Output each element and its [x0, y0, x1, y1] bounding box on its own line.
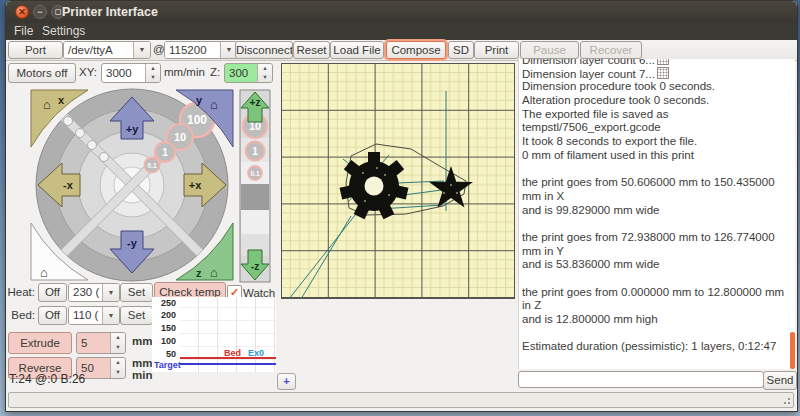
home-icon: ⌂ [40, 265, 48, 280]
log-text: Dimension layer count 6... Dimension lay… [522, 59, 795, 354]
extrude-length-spinner[interactable]: 5 ▲▼ [76, 332, 126, 354]
menu-file[interactable]: File [10, 24, 37, 38]
temp-tick-150: 150 [152, 323, 176, 333]
z-feed-value: 300 [225, 64, 257, 82]
log-line: 0 mm of filament used in this print [522, 149, 795, 163]
sd-button[interactable]: SD [448, 41, 474, 59]
z-minus-label: -z [251, 261, 259, 272]
log-line [522, 163, 795, 177]
heat-off-button[interactable]: Off [38, 283, 67, 302]
reset-button[interactable]: Reset [293, 41, 330, 59]
motion-row: Motors off XY: 3000 ▲▼ mm/min Z: 300 ▲▼ [6, 61, 276, 85]
extrude-unit-label: mm [132, 333, 152, 349]
extrude-button[interactable]: Extrude [8, 332, 72, 354]
jog-minus-y-label: -y [127, 237, 138, 249]
compose-button[interactable]: Compose [386, 41, 446, 59]
bed-temp-select[interactable]: 110 ( ▼ [68, 306, 120, 325]
log-line: the print goes from 50.606000 mm to 150.… [522, 176, 795, 190]
close-icon[interactable]: ✕ [15, 5, 29, 19]
menu-settings[interactable]: Settings [38, 24, 89, 38]
motors-off-button[interactable]: Motors off [8, 63, 76, 83]
resize-grip[interactable] [781, 395, 791, 405]
heat-label: Heat: [6, 284, 35, 300]
send-button[interactable]: Send [763, 371, 797, 390]
bed-temp-value: 110 ( [69, 307, 102, 324]
baud-select-value: 115200 [165, 42, 220, 58]
log-line: Dimension procedure took 0 seconds. [522, 80, 795, 94]
z-feed-spinner[interactable]: 300 ▲▼ [224, 63, 273, 83]
home-icon: ⌂ [210, 97, 218, 112]
load-file-button[interactable]: Load File [330, 41, 384, 59]
port-button[interactable]: Port [8, 41, 63, 59]
z-step-01-label: 0.1 [250, 170, 259, 177]
heat-set-button[interactable]: Set [120, 283, 153, 302]
layer-count-icon [657, 67, 669, 79]
home-y-label: y [196, 94, 203, 106]
chevron-down-icon[interactable]: ▼ [102, 284, 119, 301]
z-jog-strip: 10 1 0.1 +z -z [237, 88, 273, 284]
jog-step-10-label: 10 [174, 131, 186, 143]
log-line: Alteration procedure took 0 seconds. [522, 94, 795, 108]
jog-step-01-label: 0.1 [147, 162, 156, 169]
temp-tick-200: 200 [152, 310, 176, 320]
baud-at-label: @ [153, 41, 165, 57]
spinner-arrows-icon[interactable]: ▲▼ [110, 333, 125, 353]
jog-pad: 100 10 1 0.1 +y -y -x +x ⌂ x y ⌂ [28, 87, 236, 283]
z-step-1-label: 1 [252, 146, 258, 157]
spinner-arrows-icon[interactable]: ▲▼ [110, 358, 125, 378]
log-line: Dimension layer count 6... [522, 59, 655, 66]
baud-select[interactable]: 115200 ▼ [164, 41, 238, 59]
heat-temp-select[interactable]: 230 ( ▼ [68, 283, 120, 302]
temp-tick-50: 50 [152, 349, 176, 359]
z-feed-label: Z: [210, 64, 220, 80]
port-select-value: /dev/ttyA [64, 42, 133, 58]
heat-temp-value: 230 ( [69, 284, 102, 301]
home-z-label: z [196, 267, 202, 279]
ex0-temp-line [180, 363, 276, 365]
disconnect-button[interactable]: Disconnect [235, 41, 293, 59]
log-line: the print goes from 0.000000 mm to 12.80… [522, 286, 795, 300]
minimize-icon[interactable]: − [33, 5, 47, 19]
jog-plus-x-label: +x [189, 179, 202, 191]
chevron-down-icon[interactable]: ▼ [133, 42, 150, 58]
recover-button[interactable]: Recover [580, 41, 642, 59]
log-line [522, 217, 795, 231]
chevron-down-icon[interactable]: ▼ [102, 307, 119, 324]
menubar: File Settings [6, 23, 797, 40]
log-line: tempstl/7506_export.gcode [522, 121, 795, 135]
bed-set-button[interactable]: Set [120, 306, 153, 325]
log-line: Dimension layer count 7... [522, 68, 655, 80]
jog-step-100-label: 100 [187, 113, 207, 127]
xy-feed-spinner[interactable]: 3000 ▲▼ [101, 63, 161, 83]
log-line [522, 327, 795, 341]
pause-button[interactable]: Pause [520, 41, 579, 59]
log-line: mm in Y [522, 245, 795, 259]
log-panel[interactable]: Dimension layer count 6... Dimension lay… [518, 59, 795, 369]
window-title: Printer Interface [62, 5, 158, 19]
jog-step-1-label: 1 [162, 147, 168, 158]
log-line: in Z [522, 299, 795, 313]
main-toolbar: Port /dev/ttyA ▼ @ 115200 ▼ Disconnect R… [6, 40, 797, 61]
gcode-plate-view[interactable] [281, 63, 515, 299]
add-button[interactable]: + [277, 373, 296, 390]
spinner-arrows-icon[interactable]: ▲▼ [145, 64, 160, 82]
titlebar: ✕ − ▢ Printer Interface [6, 1, 797, 23]
print-button[interactable]: Print [474, 41, 519, 59]
xy-feed-label: XY: [79, 64, 97, 80]
temp-tick-250: 250 [152, 298, 176, 308]
bed-label: Bed: [6, 307, 35, 323]
temp-graph-plot [180, 297, 276, 372]
bed-off-button[interactable]: Off [38, 306, 67, 325]
port-select[interactable]: /dev/ttyA ▼ [63, 41, 151, 59]
gcode-command-input[interactable] [518, 371, 764, 388]
log-line: and is 12.800000 mm high [522, 313, 795, 327]
log-scrollbar-thumb[interactable] [790, 332, 795, 369]
temperature-status: T:24 @:0 B:26 [9, 372, 85, 386]
status-bar [8, 392, 794, 408]
log-line: mm in X [522, 190, 795, 204]
ex0-line-label: Ex0 [248, 348, 264, 358]
log-line: It took 8 seconds to export the file. [522, 135, 795, 149]
spinner-arrows-icon[interactable]: ▲▼ [257, 64, 272, 82]
z-strip-current-band [241, 184, 269, 210]
xy-feed-value: 3000 [102, 64, 145, 82]
